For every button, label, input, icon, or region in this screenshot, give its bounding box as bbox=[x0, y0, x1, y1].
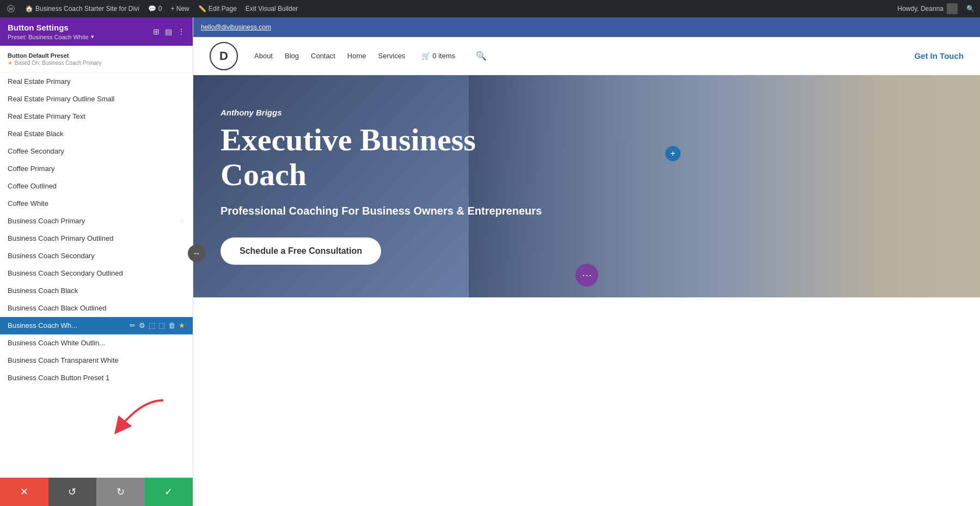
preset-item-bc-secondary-outlined[interactable]: Business Coach Secondary Outlined bbox=[0, 265, 193, 282]
panel-preset-label: Preset: Business Coach White ▾ bbox=[8, 33, 94, 40]
cancel-button[interactable]: ✕ bbox=[0, 478, 48, 506]
save-button[interactable]: ✓ bbox=[145, 478, 193, 506]
hero-content: Anthony Briggs Executive Business Coach … bbox=[220, 108, 547, 265]
checkmark-icon: ✓ bbox=[164, 486, 173, 498]
redo-icon: ↻ bbox=[117, 486, 125, 498]
site-header: D About Blog Contact Home Services 🛒 0 i… bbox=[193, 37, 980, 75]
cart-count: 0 items bbox=[432, 52, 455, 60]
search-icon[interactable]: 🔍 bbox=[476, 51, 487, 61]
hero-name: Anthony Briggs bbox=[220, 108, 547, 117]
redo-button[interactable]: ↻ bbox=[96, 478, 145, 506]
preset-section-title: Button Default Preset bbox=[8, 52, 185, 59]
wordpress-icon[interactable]: W bbox=[5, 3, 16, 14]
cart-icon[interactable]: 🛒 0 items bbox=[421, 52, 455, 60]
add-section-button[interactable]: + bbox=[665, 146, 681, 161]
star-icon: ★ bbox=[8, 60, 13, 66]
site-nav-bar: hello@divibusiness.com bbox=[193, 17, 980, 37]
preset-based-on: ★ Based On: Business Coach Primary bbox=[8, 60, 185, 66]
panel-toggle-arrow[interactable]: ↔ bbox=[188, 245, 205, 262]
preset-item-real-estate-text[interactable]: Real Estate Primary Text bbox=[0, 108, 193, 125]
panel-header-icons: ⊞ ▤ ⋮ bbox=[153, 27, 185, 36]
hero-title: Executive Business Coach bbox=[220, 123, 547, 192]
nav-contact[interactable]: Contact bbox=[311, 52, 335, 60]
preset-item-bc-white-outlined[interactable]: Business Coach White Outlin... bbox=[0, 334, 193, 352]
preset-item-bc-black[interactable]: Business Coach Black bbox=[0, 282, 193, 300]
preset-list[interactable]: Real Estate Primary Real Estate Primary … bbox=[0, 73, 193, 478]
undo-button[interactable]: ↺ bbox=[48, 478, 97, 506]
site-icon: 🏠 bbox=[25, 5, 33, 13]
preset-item-bc-secondary[interactable]: Business Coach Secondary bbox=[0, 247, 193, 265]
panel-grid-icon[interactable]: ⊞ bbox=[153, 27, 160, 36]
nav-blog[interactable]: Blog bbox=[285, 52, 299, 60]
undo-icon: ↺ bbox=[68, 486, 76, 498]
hero-subtitle: Professional Coaching For Business Owner… bbox=[220, 203, 547, 218]
cart-bag-icon: 🛒 bbox=[421, 52, 430, 60]
preset-item-bc-primary-outlined[interactable]: Business Coach Primary Outlined bbox=[0, 230, 193, 247]
admin-howdy: Howdy, Deanna bbox=[898, 3, 958, 14]
preset-item-bc-transparent-white[interactable]: Business Coach Transparent White bbox=[0, 352, 193, 369]
floating-menu-button[interactable]: ⋯ bbox=[575, 264, 598, 286]
nav-home[interactable]: Home bbox=[347, 52, 366, 60]
admin-bar-comments[interactable]: 💬 0 bbox=[148, 5, 162, 13]
preset-item-action-bar: ✏ ⚙ ⬚ ⬚ 🗑 ★ bbox=[130, 321, 185, 330]
site-logo: D bbox=[210, 42, 238, 70]
admin-search-icon[interactable]: 🔍 bbox=[966, 5, 975, 13]
email-link[interactable]: hello@divibusiness.com bbox=[201, 23, 271, 31]
hero-section: Anthony Briggs Executive Business Coach … bbox=[193, 75, 980, 297]
admin-bar: W 🏠 Business Coach Starter Site for Divi… bbox=[0, 0, 980, 17]
preset-delete-icon[interactable]: 🗑 bbox=[168, 321, 175, 330]
preset-edit-icon[interactable]: ✏ bbox=[130, 321, 136, 330]
preset-item-coffee-outlined[interactable]: Coffee Outlined bbox=[0, 178, 193, 195]
preset-item-real-estate-black[interactable]: Real Estate Black bbox=[0, 125, 193, 143]
cancel-icon: ✕ bbox=[20, 486, 28, 498]
comment-icon: 💬 bbox=[148, 5, 156, 13]
left-panel: Button Settings Preset: Business Coach W… bbox=[0, 17, 193, 506]
panel-header: Button Settings Preset: Business Coach W… bbox=[0, 17, 193, 46]
avatar bbox=[947, 3, 958, 14]
star-outline-icon: ☆ bbox=[179, 217, 185, 224]
admin-bar-exit-builder[interactable]: Exit Visual Builder bbox=[246, 5, 298, 13]
preset-item-coffee-primary[interactable]: Coffee Primary bbox=[0, 160, 193, 178]
preset-item-real-estate-primary[interactable]: Real Estate Primary bbox=[0, 73, 193, 90]
preset-item-real-estate-outline-small[interactable]: Real Estate Primary Outline Small bbox=[0, 90, 193, 108]
preset-section: Button Default Preset ★ Based On: Busine… bbox=[0, 46, 193, 73]
preset-settings-icon[interactable]: ⚙ bbox=[139, 321, 145, 330]
preset-copy-icon[interactable]: ⬚ bbox=[149, 321, 155, 330]
hero-cta-button[interactable]: Schedule a Free Consultation bbox=[220, 237, 381, 265]
svg-text:W: W bbox=[9, 7, 13, 11]
website-preview: D About Blog Contact Home Services 🛒 0 i… bbox=[193, 37, 980, 506]
right-content: hello@divibusiness.com D About Blog Cont… bbox=[193, 17, 980, 506]
site-navigation: About Blog Contact Home Services bbox=[254, 52, 405, 60]
preset-item-bc-black-outlined[interactable]: Business Coach Black Outlined bbox=[0, 300, 193, 317]
chevron-down-icon: ▾ bbox=[91, 33, 94, 40]
admin-bar-new[interactable]: + New bbox=[170, 5, 189, 13]
get-in-touch-link[interactable]: Get In Touch bbox=[914, 51, 964, 60]
preset-duplicate-icon[interactable]: ⬚ bbox=[158, 321, 165, 330]
preset-item-bc-button-preset-1[interactable]: Business Coach Button Preset 1 bbox=[0, 369, 193, 387]
admin-bar-edit[interactable]: ✏️ Edit Page bbox=[198, 5, 237, 13]
edit-icon: ✏️ bbox=[198, 5, 206, 13]
nav-about[interactable]: About bbox=[254, 52, 273, 60]
preset-item-coffee-secondary[interactable]: Coffee Secondary bbox=[0, 143, 193, 160]
panel-title: Button Settings bbox=[8, 23, 94, 32]
panel-bottom-toolbar: ✕ ↺ ↻ ✓ bbox=[0, 478, 193, 506]
nav-services[interactable]: Services bbox=[378, 52, 406, 60]
panel-more-icon[interactable]: ⋮ bbox=[177, 27, 185, 36]
admin-bar-site[interactable]: 🏠 Business Coach Starter Site for Divi bbox=[25, 5, 139, 13]
preset-item-bc-primary[interactable]: Business Coach Primary ☆ bbox=[0, 212, 193, 230]
preset-item-coffee-white[interactable]: Coffee White bbox=[0, 195, 193, 212]
panel-layout-icon[interactable]: ▤ bbox=[165, 27, 172, 36]
preset-item-bc-white[interactable]: Business Coach Wh... ✏ ⚙ ⬚ ⬚ 🗑 ★ bbox=[0, 317, 193, 334]
preset-star-icon[interactable]: ★ bbox=[179, 321, 185, 330]
